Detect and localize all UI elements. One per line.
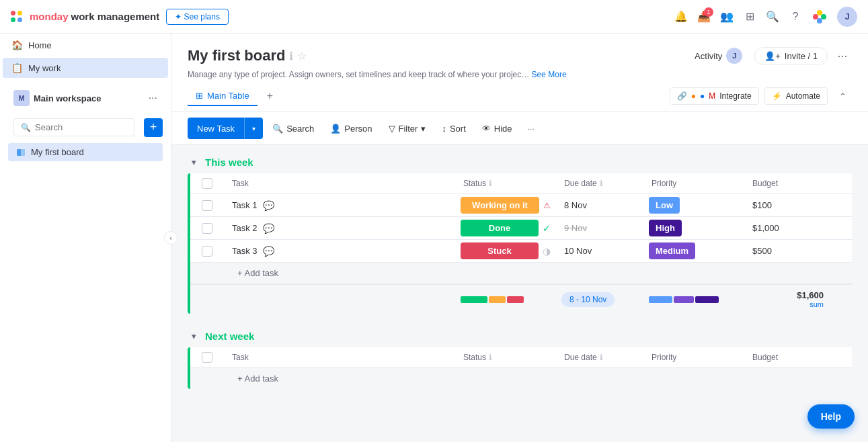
row3-chat-icon[interactable]: 💬 (263, 246, 274, 257)
next-duedate-info-icon[interactable]: ℹ (600, 353, 603, 362)
sort-icon: ↕ (442, 124, 446, 134)
summary-duedate: 8 - 10 Nov (556, 289, 643, 310)
global-search-icon[interactable]: 🔍 (766, 10, 779, 24)
tab-main-table-icon: ⊞ (196, 91, 203, 101)
invite-icon[interactable]: 👥 (720, 10, 734, 24)
board-title: My first board (188, 47, 285, 64)
hide-button[interactable]: 👁 Hide (475, 120, 519, 137)
help-icon[interactable]: ? (789, 10, 802, 24)
invite-icon: 👤+ (764, 51, 781, 61)
automate-button[interactable]: ⚡ Automate (764, 87, 828, 105)
board-star-icon[interactable]: ☆ (297, 50, 307, 62)
new-task-button[interactable]: New Task ▾ (188, 118, 263, 139)
sort-button[interactable]: ↕ Sort (435, 120, 472, 137)
help-button[interactable]: Help (807, 404, 855, 429)
status-info-icon[interactable]: ℹ (489, 179, 492, 188)
next-status-info-icon[interactable]: ℹ (489, 353, 492, 362)
tab-main-table[interactable]: ⊞ Main Table (188, 87, 258, 106)
see-more-link[interactable]: See More (532, 70, 567, 79)
svg-point-3 (817, 18, 822, 24)
group-this-week-title: This week (205, 157, 253, 168)
search-toolbar-icon: 🔍 (272, 124, 283, 134)
row3-check[interactable] (190, 246, 224, 257)
row1-check[interactable] (190, 200, 224, 211)
row2-status[interactable]: Done ✓ (455, 217, 556, 239)
sidebar-item-mywork[interactable]: 📋 My work (3, 58, 168, 78)
group-this-week: ▾ This week Task Status (188, 156, 852, 314)
group-this-week-collapse[interactable]: ▾ (188, 156, 200, 168)
priority-bar-medium (674, 296, 694, 303)
sidebar-search[interactable]: 🔍 (13, 118, 134, 136)
next-header-check (190, 352, 224, 363)
select-all-checkbox[interactable] (202, 178, 212, 189)
row3-checkbox[interactable] (202, 246, 212, 257)
new-task-label: New Task (188, 118, 244, 139)
sidebar-collapse-button[interactable]: ‹ (164, 231, 177, 245)
sidebar-add-button[interactable]: + (144, 118, 163, 137)
toolbar-more-button[interactable]: ··· (522, 119, 541, 138)
invite-button[interactable]: 👤+ Invite / 1 (754, 47, 828, 65)
integrate-dot2: ● (700, 91, 705, 101)
row1-priority[interactable]: Low (643, 197, 744, 213)
integrate-dot3: M (709, 91, 715, 101)
summary-budget: $1,600 sum (744, 285, 832, 314)
row1-chat-icon[interactable]: 💬 (263, 200, 274, 211)
group-next-week-collapse[interactable]: ▾ (188, 330, 200, 342)
automate-label: Automate (786, 91, 820, 101)
priority-bar-high (695, 296, 719, 303)
integrate-button[interactable]: 🔗 ● ● M Integrate (670, 87, 759, 105)
row3-priority-badge: Medium (649, 242, 695, 259)
board-icon (16, 148, 26, 157)
person-button[interactable]: 👤 Person (323, 120, 379, 137)
hide-icon: 👁 (482, 124, 491, 134)
activity-button[interactable]: Activity J (688, 44, 749, 67)
brand: monday work management (30, 11, 159, 22)
row2-chat-icon[interactable]: 💬 (263, 223, 274, 234)
topbar: monday work management ✦ See plans 🔔 📥 1… (0, 0, 868, 34)
row1-status[interactable]: Working on it ⚠ (455, 194, 556, 216)
row1-checkbox[interactable] (202, 200, 212, 211)
product-icon (812, 9, 828, 25)
inbox-icon[interactable]: 📥 1 (697, 10, 711, 24)
add-task-this-week[interactable]: + Add task (190, 263, 852, 283)
next-add-task-label: + Add task (237, 373, 278, 384)
group-next-week: ▾ Next week Task Status (188, 330, 852, 389)
see-plans-button[interactable]: ✦ See plans (166, 9, 229, 25)
main-content: My first board ℹ ☆ Activity J 👤+ Invite … (171, 34, 868, 442)
sidebar-search-input[interactable] (35, 122, 127, 132)
row3-task: Task 3 💬 (224, 240, 455, 262)
next-select-all-checkbox[interactable] (202, 352, 212, 363)
budget-sum-label: sum (752, 300, 824, 308)
row3-priority[interactable]: Medium (643, 243, 744, 259)
sidebar-item-home[interactable]: 🏠 Home (3, 35, 168, 55)
next-header-task: Task (224, 347, 455, 367)
board-info-icon[interactable]: ℹ (289, 50, 293, 62)
notification-icon[interactable]: 🔔 (674, 10, 688, 24)
filter-button[interactable]: ▽ Filter ▾ (382, 120, 433, 137)
row2-priority[interactable]: High (643, 220, 744, 236)
tab-add-button[interactable]: + (260, 86, 280, 106)
group-next-week-header: ▾ Next week (188, 330, 852, 342)
add-task-next-week[interactable]: + Add task (190, 368, 852, 389)
workspace-header[interactable]: M Main workspace ··· (5, 85, 165, 112)
row2-duedate: 9 Nov (556, 218, 643, 238)
row2-checkbox[interactable] (202, 223, 212, 234)
apps-menu-icon[interactable]: ⊞ (743, 10, 756, 24)
search-button[interactable]: 🔍 Search (266, 120, 321, 137)
sidebar-item-board[interactable]: My first board (8, 143, 163, 161)
header-priority: Priority (643, 173, 744, 193)
workspace-menu-icon[interactable]: ··· (149, 92, 157, 104)
row3-status[interactable]: Stuck ◑ (455, 240, 556, 262)
apps-icon[interactable] (11, 11, 23, 23)
board-more-button[interactable]: ··· (833, 46, 852, 65)
collapse-button[interactable]: ⌃ (833, 87, 852, 105)
duedate-info-icon[interactable]: ℹ (600, 179, 603, 188)
person-label: Person (344, 124, 372, 134)
row2-duedate-text: 9 Nov (564, 223, 587, 233)
row2-check[interactable] (190, 223, 224, 234)
inbox-badge: 1 (704, 7, 713, 17)
avatar[interactable]: J (837, 7, 857, 27)
new-task-arrow[interactable]: ▾ (244, 118, 263, 139)
row1-duedate: 8 Nov (556, 195, 643, 216)
board-description: Manage any type of project. Assign owner… (188, 70, 852, 79)
